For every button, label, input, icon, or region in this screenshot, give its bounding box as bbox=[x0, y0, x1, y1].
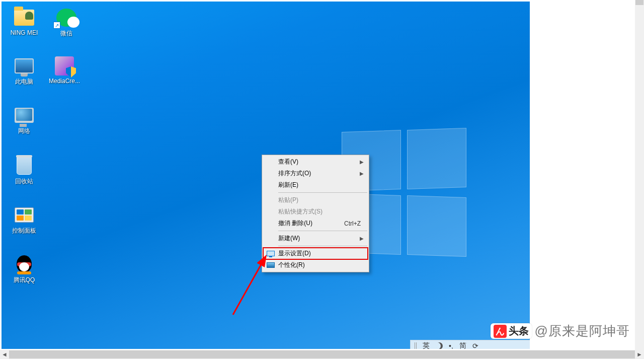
mediacreation-icon bbox=[55, 56, 74, 76]
scrollbar-thumb[interactable] bbox=[635, 0, 643, 5]
toutiao-text: 头条 bbox=[509, 324, 529, 338]
menu-label: 粘贴快捷方式(S) bbox=[278, 207, 323, 216]
menu-undo-delete[interactable]: 撤消 删除(U) Ctrl+Z bbox=[263, 218, 368, 229]
watermark: ん 头条 @原来是阿坤哥 bbox=[488, 320, 633, 342]
scroll-right-icon[interactable]: ► bbox=[635, 350, 644, 359]
recyclebin-icon bbox=[17, 157, 32, 175]
menu-label: 粘贴(P) bbox=[278, 196, 298, 204]
submenu-arrow-icon: ▶ bbox=[360, 171, 364, 176]
icon-label: 微信 bbox=[60, 29, 72, 38]
submenu-arrow-icon: ▶ bbox=[360, 236, 364, 241]
menu-separator bbox=[278, 246, 367, 246]
controlpanel-icon bbox=[15, 207, 34, 223]
menu-label: 排序方式(O) bbox=[278, 169, 311, 178]
menu-separator bbox=[278, 231, 367, 231]
blank-area bbox=[530, 2, 634, 349]
wechat-icon: ↗ bbox=[56, 9, 76, 27]
ime-lang2[interactable]: 简 bbox=[459, 341, 466, 349]
ime-lang[interactable]: 英 bbox=[423, 341, 430, 349]
watermark-author: @原来是阿坤哥 bbox=[535, 322, 630, 340]
submenu-arrow-icon: ▶ bbox=[360, 159, 364, 165]
qq-icon bbox=[16, 254, 33, 274]
menu-label: 刷新(E) bbox=[278, 181, 298, 189]
menu-sort[interactable]: 排序方式(O) ▶ bbox=[263, 168, 368, 179]
desktop-icon-recyclebin[interactable]: 回收站 bbox=[6, 154, 43, 187]
desktop-icon-ningmei[interactable]: NING MEI bbox=[6, 6, 43, 37]
icon-label: MediaCre... bbox=[49, 78, 80, 85]
scrollbar-track[interactable] bbox=[9, 350, 635, 359]
menu-refresh[interactable]: 刷新(E) bbox=[263, 179, 368, 191]
menu-label: 显示设置(D) bbox=[278, 249, 311, 258]
menu-label: 个性化(R) bbox=[278, 261, 305, 269]
ime-punct[interactable]: •, bbox=[449, 342, 453, 349]
scrollbar-vertical[interactable] bbox=[635, 0, 644, 350]
menu-personalize[interactable]: 个性化(R) bbox=[263, 259, 368, 271]
ime-extra[interactable]: ⟳ bbox=[472, 342, 478, 349]
desktop-icon-network[interactable]: 网络 bbox=[6, 103, 43, 136]
menu-label: 新建(W) bbox=[278, 234, 300, 243]
desktop-icon-controlpanel[interactable]: 控制面板 bbox=[6, 203, 43, 236]
menu-shortcut: Ctrl+Z bbox=[344, 220, 361, 227]
menu-view[interactable]: 查看(V) ▶ bbox=[263, 156, 368, 168]
folder-icon bbox=[14, 10, 34, 26]
svg-line-1 bbox=[233, 257, 265, 315]
icon-label: 网络 bbox=[18, 127, 30, 135]
desktop-icon-thispc[interactable]: 此电脑 bbox=[6, 54, 43, 87]
icon-label: 此电脑 bbox=[15, 78, 33, 86]
menu-label: 撤消 删除(U) bbox=[278, 219, 312, 228]
moon-icon[interactable] bbox=[436, 342, 443, 349]
menu-separator bbox=[278, 192, 367, 193]
scroll-left-icon[interactable]: ◄ bbox=[0, 350, 9, 359]
menu-paste-shortcut: 粘贴快捷方式(S) bbox=[263, 206, 368, 218]
desktop-icon-mediacreation[interactable]: MediaCre... bbox=[46, 54, 83, 86]
icon-label: 腾讯QQ bbox=[14, 276, 35, 284]
scrollbar-thumb[interactable] bbox=[9, 350, 635, 358]
computer-icon bbox=[15, 58, 34, 74]
icon-label: NING MEI bbox=[11, 29, 38, 36]
menu-paste: 粘贴(P) bbox=[263, 194, 368, 206]
scrollbar-horizontal[interactable]: ◄ ► bbox=[0, 350, 644, 359]
menu-label: 查看(V) bbox=[278, 158, 298, 166]
display-icon bbox=[266, 250, 275, 257]
icon-label: 回收站 bbox=[15, 177, 33, 186]
menu-new[interactable]: 新建(W) ▶ bbox=[263, 233, 368, 244]
desktop-icon-qq[interactable]: 腾讯QQ bbox=[6, 252, 43, 285]
network-icon bbox=[15, 108, 34, 123]
desktop-wallpaper[interactable]: NING MEI ↗ 微信 此电脑 MediaCre... 网络 回收站 bbox=[2, 2, 530, 349]
menu-display-settings[interactable]: 显示设置(D) bbox=[263, 248, 368, 259]
personalize-icon bbox=[266, 262, 275, 269]
desktop-icon-wechat[interactable]: ↗ 微信 bbox=[48, 6, 85, 39]
toutiao-icon: ん bbox=[494, 325, 507, 338]
desktop-context-menu: 查看(V) ▶ 排序方式(O) ▶ 刷新(E) 粘贴(P) 粘贴快捷方式(S) … bbox=[262, 155, 369, 272]
toutiao-badge: ん 头条 bbox=[491, 323, 532, 339]
icon-label: 控制面板 bbox=[12, 227, 36, 235]
ime-grip-icon[interactable] bbox=[415, 342, 417, 349]
